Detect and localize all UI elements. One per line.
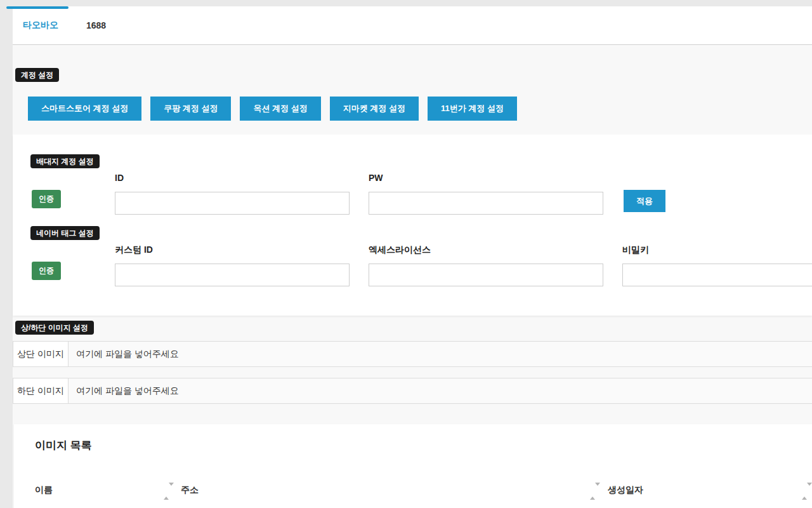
- top-bottom-image-settings-badge: 상/하단 이미지 설정: [15, 321, 94, 335]
- access-license-input[interactable]: [369, 264, 603, 286]
- baedaeji-settings-badge: 배대지 계정 설정: [30, 154, 100, 168]
- coupang-account-button[interactable]: 쿠팡 계정 설정: [150, 97, 231, 121]
- tab-1688[interactable]: 1688: [76, 6, 116, 44]
- settings-content: 계정 설정 스마트스토어 계정 설정 쿠팡 계정 설정 옥션 계정 설정 지마켓…: [13, 46, 812, 508]
- secret-key-input[interactable]: [622, 264, 812, 286]
- marketplace-buttons-row: 스마트스토어 계정 설정 쿠팡 계정 설정 옥션 계정 설정 지마켓 계정 설정…: [28, 97, 526, 121]
- tab-1688-label: 1688: [86, 20, 106, 30]
- access-license-label: 엑세스라이선스: [369, 244, 431, 256]
- column-header-address[interactable]: 주소: [181, 485, 199, 496]
- sort-icon-created-date[interactable]: [802, 486, 808, 494]
- account-settings-badge: 계정 설정: [15, 68, 59, 82]
- baedaeji-auth-button[interactable]: 인증: [32, 190, 61, 208]
- main-container: 타오바오 1688 계정 설정 스마트스토어 계정 설정 쿠팡 계정 설정 옥션…: [13, 6, 812, 508]
- smartstore-account-button[interactable]: 스마트스토어 계정 설정: [28, 97, 141, 121]
- active-tab-indicator: [6, 6, 69, 9]
- top-image-label: 상단 이미지: [13, 342, 69, 366]
- image-list-card: 이미지 목록 이름 주소 생성일자: [14, 424, 812, 508]
- column-header-created-date[interactable]: 생성일자: [608, 485, 643, 496]
- tab-taobao[interactable]: 타오바오: [13, 6, 69, 44]
- top-image-row: 상단 이미지 여기에 파일을 넣어주세요: [13, 341, 812, 367]
- sort-icon-name[interactable]: [164, 486, 169, 494]
- custom-id-input[interactable]: [115, 264, 350, 286]
- secret-key-label: 비밀키: [622, 244, 649, 256]
- naver-tag-settings-badge: 네이버 태그 설정: [30, 226, 100, 240]
- auction-account-button[interactable]: 옥션 계정 설정: [240, 97, 320, 121]
- image-list-title: 이미지 목록: [35, 438, 92, 453]
- gmarket-account-button[interactable]: 지마켓 계정 설정: [330, 97, 419, 121]
- sort-icon-address[interactable]: [590, 486, 596, 494]
- id-input[interactable]: [115, 192, 350, 215]
- 11st-account-button[interactable]: 11번가 계정 설정: [428, 97, 517, 121]
- pw-label: PW: [369, 173, 383, 183]
- column-header-name[interactable]: 이름: [35, 485, 53, 496]
- bottom-image-label: 하단 이미지: [13, 378, 69, 403]
- top-image-dropzone[interactable]: 여기에 파일을 넣어주세요: [69, 342, 812, 366]
- naver-auth-button[interactable]: 인증: [32, 262, 61, 280]
- account-settings-panel: 배대지 계정 설정 인증 ID PW 적용 네이버 태그 설정 인증 커스텀 I…: [13, 135, 812, 316]
- bottom-image-row: 하단 이미지 여기에 파일을 넣어주세요: [13, 378, 812, 404]
- tab-taobao-label: 타오바오: [23, 20, 58, 31]
- tab-bar: 타오바오 1688: [13, 6, 812, 45]
- pw-input[interactable]: [369, 192, 603, 215]
- apply-button[interactable]: 적용: [624, 190, 665, 212]
- id-label: ID: [115, 173, 124, 183]
- bottom-image-dropzone[interactable]: 여기에 파일을 넣어주세요: [69, 378, 812, 403]
- custom-id-label: 커스텀 ID: [115, 244, 153, 256]
